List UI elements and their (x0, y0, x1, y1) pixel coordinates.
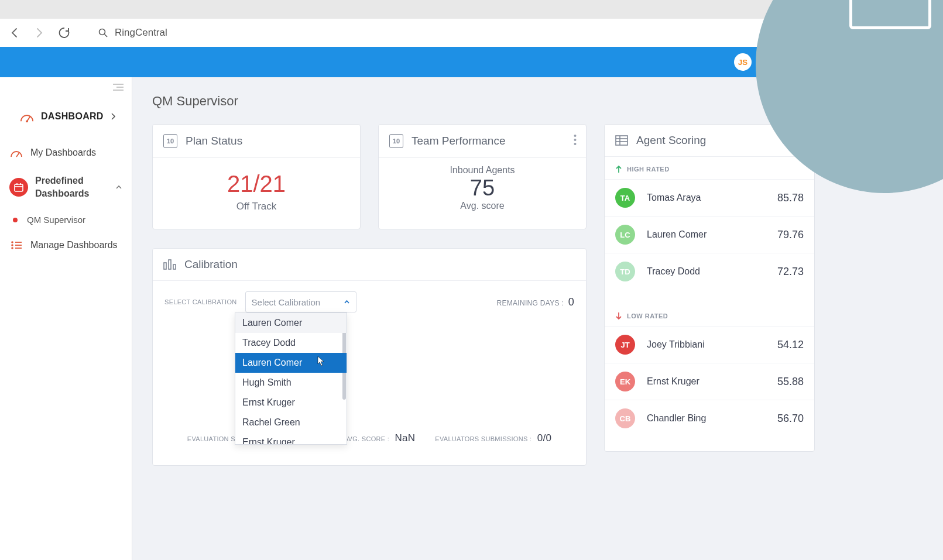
agent-score: 79.76 (777, 229, 804, 241)
agent-row[interactable]: EKErnst Kruger55.88 (605, 363, 814, 400)
select-calibration-dropdown[interactable]: Select Calibration (245, 291, 356, 312)
agent-avatar: TA (615, 188, 635, 208)
agent-row[interactable]: JTJoey Tribbiani54.12 (605, 326, 814, 363)
agent-row[interactable]: TATomas Araya85.78 (605, 179, 814, 216)
agent-name: Joey Tribbiani (647, 339, 777, 350)
svg-point-11 (26, 120, 28, 122)
svg-rect-26 (164, 263, 166, 269)
agent-avatar: EK (615, 372, 635, 391)
sidebar-item-dashboard-main[interactable]: DASHBOARD (0, 94, 132, 139)
agent-avatar: TD (615, 262, 635, 281)
calibration-dropdown-list: Lauren Comer Tracey Dodd Lauren Comer Hu… (235, 312, 347, 445)
badge-number: 10 (163, 134, 177, 148)
agent-score: 54.12 (777, 339, 804, 351)
card-menu-button[interactable] (574, 134, 577, 146)
card-header: Calibration (153, 249, 586, 281)
arrow-down-icon (615, 312, 622, 320)
evaluators-submissions-value: 0/0 (537, 432, 552, 444)
svg-line-1 (105, 35, 108, 37)
card-title: Agent Scoring (636, 134, 706, 147)
back-button[interactable] (9, 27, 20, 39)
remaining-days-label: REMAINING DAYS : (496, 299, 564, 307)
team-sub: Avg. score (379, 201, 586, 211)
card-header: 10 Plan Status (153, 125, 360, 158)
calibration-avg-value: NaN (395, 432, 415, 444)
dropdown-option[interactable]: Rachel Green (235, 413, 347, 432)
sidebar-item-predefined-dashboards[interactable]: Predefined Dashboards (0, 166, 132, 208)
team-value: 75 (379, 176, 586, 201)
card-title: Team Performance (412, 135, 506, 147)
card-team-performance: 10 Team Performance Inbound Agents 75 Av… (378, 124, 587, 229)
agent-name: Ernst Kruger (647, 376, 777, 387)
chevron-right-icon (111, 113, 115, 120)
card-plan-status: 10 Plan Status 21/21 Off Track (152, 124, 361, 229)
dropdown-option[interactable]: Lauren Comer (235, 313, 347, 333)
agent-avatar: CB (615, 408, 635, 428)
sidebar-item-manage-dashboards[interactable]: Manage Dashboards (0, 232, 132, 259)
high-rated-label: HIGH RATED (605, 157, 814, 179)
agent-row[interactable]: CBChandler Bing56.70 (605, 400, 814, 437)
chevron-up-icon (344, 299, 350, 305)
dropdown-option[interactable]: Tracey Dodd (235, 333, 347, 353)
agent-name: Lauren Comer (647, 229, 777, 240)
agent-name: Chandler Bing (647, 413, 777, 424)
agent-avatar: LC (615, 225, 635, 245)
agent-score: 72.73 (777, 266, 804, 278)
sidebar-item-my-dashboards[interactable]: My Dashboards (0, 139, 132, 166)
sidebar-toggle[interactable] (0, 77, 132, 94)
dashboard-icon (20, 110, 34, 123)
table-icon (615, 135, 628, 146)
arrow-up-icon (615, 165, 622, 173)
dropdown-option[interactable]: Ernst Kruger (235, 432, 347, 444)
sidebar: DASHBOARD My Dashboards Predefined Dashb… (0, 77, 132, 560)
svg-point-17 (11, 241, 13, 243)
team-label: Inbound Agents (379, 165, 586, 176)
agent-score: 56.70 (777, 413, 804, 425)
gauge-icon (9, 147, 23, 158)
refresh-button[interactable] (58, 26, 71, 39)
dropdown-option[interactable]: Lauren Comer (235, 353, 347, 373)
agent-score: 85.78 (777, 192, 804, 204)
bars-icon (163, 259, 176, 270)
svg-rect-29 (616, 136, 627, 145)
remaining-days-value: 0 (568, 296, 574, 308)
svg-rect-28 (173, 264, 176, 269)
dropdown-option[interactable]: Ernst Kruger (235, 393, 347, 413)
calendar-icon (9, 178, 28, 197)
sidebar-sub-qm-supervisor[interactable]: QM Supervisor (0, 208, 132, 232)
select-calibration-label: SELECT CALIBRATION (164, 298, 237, 305)
low-rated-label: LOW RATED (605, 304, 814, 326)
card-title: Plan Status (186, 135, 242, 147)
dropdown-option[interactable]: Hugh Smith (235, 373, 347, 393)
svg-point-21 (11, 247, 13, 249)
agent-avatar: JT (615, 335, 635, 355)
svg-point-23 (574, 135, 577, 137)
cursor-icon (317, 356, 324, 366)
user-avatar: JS (734, 53, 752, 71)
card-title: Calibration (184, 258, 238, 271)
svg-line-12 (16, 153, 19, 157)
forward-button[interactable] (33, 27, 45, 39)
svg-point-0 (100, 29, 105, 35)
plan-status-label: Off Track (153, 201, 360, 212)
agent-row[interactable]: LCLauren Comer79.76 (605, 216, 814, 253)
plan-status-value: 21/21 (153, 171, 360, 197)
list-icon (9, 241, 23, 250)
svg-rect-27 (169, 260, 171, 269)
address-bar[interactable]: RingCentral (98, 27, 167, 39)
search-icon (98, 28, 108, 37)
card-calibration: Calibration SELECT CALIBRATION Select Ca… (152, 248, 587, 466)
evaluators-submissions-label: EVALUATORS SUBMISSIONS : (435, 435, 531, 442)
agent-row[interactable]: TDTracey Dodd72.73 (605, 253, 814, 290)
svg-point-24 (574, 139, 577, 141)
svg-rect-13 (15, 184, 23, 191)
address-text: RingCentral (115, 27, 167, 39)
svg-point-25 (574, 143, 577, 145)
badge-number: 10 (389, 134, 403, 148)
card-agent-scoring: Agent Scoring HIGH RATED TATomas Araya85… (604, 124, 815, 452)
agent-score: 55.88 (777, 376, 804, 388)
agent-name: Tracey Dodd (647, 266, 777, 277)
chevron-up-icon (115, 184, 122, 190)
select-placeholder: Select Calibration (252, 297, 321, 307)
card-header: 10 Team Performance (379, 125, 586, 158)
